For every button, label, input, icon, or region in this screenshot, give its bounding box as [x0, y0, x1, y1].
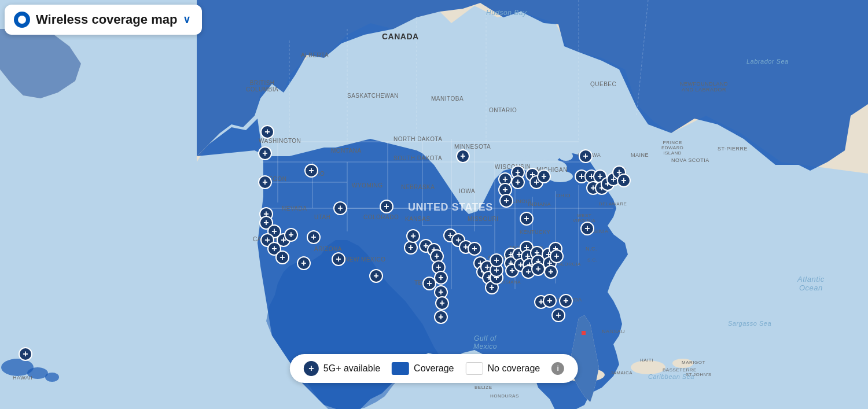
no-coverage-swatch [465, 362, 483, 375]
legend-no-coverage-label: No coverage [487, 363, 540, 374]
svg-point-11 [559, 152, 573, 161]
pin-18[interactable]: + [380, 200, 393, 213]
svg-point-2 [27, 367, 48, 379]
svg-point-5 [672, 359, 693, 368]
chevron-down-icon[interactable]: ∨ [183, 13, 190, 26]
pin-28[interactable]: + [435, 296, 449, 310]
5g-icon: + [304, 361, 319, 376]
pin-42[interactable]: + [490, 253, 503, 267]
legend-5g: + 5G+ available [304, 361, 380, 376]
nassau-dot [582, 331, 586, 335]
pin-75[interactable]: + [580, 222, 594, 235]
pin-53[interactable]: + [520, 212, 534, 226]
pin-34[interactable]: + [468, 242, 481, 256]
pin-32[interactable]: + [456, 149, 470, 163]
pin-70[interactable]: + [550, 249, 564, 263]
title-bar: Wireless coverage map ∨ [5, 5, 202, 35]
pin-29[interactable]: + [434, 310, 448, 324]
pin-50[interactable]: + [511, 175, 525, 189]
pin-4[interactable]: + [258, 175, 272, 189]
pin-72[interactable]: + [559, 294, 573, 308]
legend-bar: + 5G+ available Coverage No coverage i [290, 354, 578, 383]
pin-17[interactable]: + [369, 269, 383, 283]
pin-26[interactable]: + [434, 271, 448, 285]
pin-14[interactable]: + [307, 230, 321, 244]
pin-13[interactable]: + [297, 256, 311, 270]
svg-point-8 [522, 155, 543, 167]
pin-71[interactable]: + [551, 308, 565, 322]
coverage-map [0, 0, 868, 409]
pin-12[interactable]: + [275, 250, 289, 264]
pin-20[interactable]: + [406, 229, 420, 243]
pin-15[interactable]: + [332, 252, 345, 266]
map-container: Hudson Bay CANADA ALBERTA BRITISHCOLUMBI… [0, 0, 868, 409]
info-icon[interactable]: i [551, 362, 564, 375]
coverage-swatch [392, 362, 409, 375]
pin-83[interactable]: + [617, 174, 631, 187]
pin-67[interactable]: + [544, 265, 558, 279]
legend-coverage: Coverage [392, 362, 454, 375]
pin-16[interactable]: + [333, 201, 347, 215]
pin-3[interactable]: + [304, 164, 318, 178]
pin-45[interactable]: + [499, 194, 513, 208]
legend-coverage-label: Coverage [414, 363, 454, 374]
legend-no-coverage: No coverage [465, 362, 540, 375]
svg-point-10 [547, 171, 573, 182]
pin-74[interactable]: + [579, 149, 593, 163]
pin-64[interactable]: + [537, 170, 551, 183]
pin-1[interactable]: + [260, 125, 274, 139]
pin-hawaii[interactable]: + [19, 347, 32, 361]
svg-point-3 [45, 373, 59, 382]
svg-point-6 [631, 360, 665, 374]
pin-11[interactable]: + [284, 228, 298, 242]
app-logo [14, 12, 30, 28]
pin-2[interactable]: + [258, 146, 272, 160]
pin-68[interactable]: + [543, 294, 557, 308]
legend-5g-label: 5G+ available [323, 363, 380, 374]
page-title: Wireless coverage map [36, 12, 177, 27]
